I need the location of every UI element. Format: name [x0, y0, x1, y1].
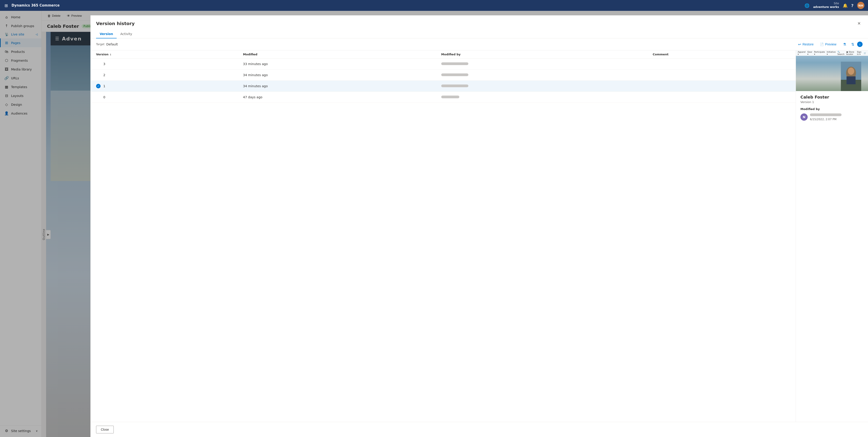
redacted-name — [441, 85, 468, 87]
modifier-avatar: N — [800, 114, 808, 121]
row-unselected-icon — [96, 62, 101, 66]
modal-preview-button[interactable]: 📄 Preview — [817, 41, 839, 48]
version-detail-image: Apparel ▾ Gear ▾ Participate ▾ Initiativ… — [796, 51, 868, 91]
waffle-icon[interactable]: ⊞ — [4, 2, 9, 9]
detail-modifier: N 6/15/2022, 2:07 PM — [800, 114, 864, 121]
modifier-name — [810, 114, 842, 117]
modal-preview-label: Preview — [825, 42, 836, 46]
redacted-name — [441, 96, 459, 98]
modified-time: 33 minutes ago — [238, 59, 436, 70]
image-topbar: Apparel ▾ Gear ▾ Participate ▾ Initiativ… — [796, 51, 868, 56]
col-modified-by: Modified by — [436, 51, 647, 59]
table-row[interactable]: 3 33 minutes ago — [91, 59, 796, 70]
notification-icon[interactable]: 🔔 — [843, 3, 848, 8]
sort-icon[interactable]: ⇅ — [849, 41, 856, 48]
col-modified: Modified — [238, 51, 436, 59]
detail-version-label: Version 1 — [800, 100, 864, 104]
version-history-modal: Version history ✕ Version Activity Targe… — [90, 15, 868, 437]
modified-by-cell — [436, 92, 647, 103]
col-comment: Comment — [647, 51, 796, 59]
row-unselected-icon — [96, 95, 101, 99]
table-row[interactable]: 2 34 minutes ago — [91, 70, 796, 81]
svg-rect-3 — [846, 76, 856, 84]
modal-footer: Close — [91, 422, 868, 437]
version-detail-panel: Apparel ▾ Gear ▾ Participate ▾ Initiativ… — [796, 51, 868, 422]
topbar-right: 🌐 Site adventure works 🔔 ? NH — [804, 2, 864, 9]
comment-cell — [647, 81, 796, 92]
detail-page-name: Caleb Foster — [800, 95, 864, 99]
comment-cell — [647, 59, 796, 70]
restore-button[interactable]: ↩ Restore — [796, 41, 816, 48]
user-avatar[interactable]: NH — [857, 2, 864, 9]
modified-by-cell — [436, 81, 647, 92]
redacted-modifier-name — [810, 114, 842, 116]
info-icon[interactable]: i — [857, 41, 863, 47]
help-icon[interactable]: ? — [851, 3, 854, 8]
detail-modified-by-title: Modified by — [800, 107, 864, 111]
table-row[interactable]: ✓ 1 34 minutes ago — [91, 81, 796, 92]
modified-time: 34 minutes ago — [238, 81, 436, 92]
modal-overlay: Version history ✕ Version Activity Targe… — [0, 11, 868, 437]
svg-point-4 — [848, 68, 854, 75]
modifier-date: 6/15/2022, 2:07 PM — [810, 118, 842, 121]
comment-cell — [647, 70, 796, 81]
site-info[interactable]: Site adventure works — [813, 2, 839, 9]
filter-icon[interactable]: ⚗ — [841, 41, 848, 48]
version-number: 2 — [103, 73, 105, 77]
tab-version[interactable]: Version — [96, 30, 117, 38]
modal-preview-icon: 📄 — [820, 42, 824, 46]
target-value: Default — [106, 42, 118, 46]
target-label: Target — [96, 43, 104, 46]
globe-icon[interactable]: 🌐 — [804, 3, 809, 8]
version-number: 1 — [103, 84, 105, 88]
sort-version-icon[interactable]: ↓ — [110, 53, 112, 56]
row-selected-icon: ✓ — [96, 84, 101, 88]
topbar: ⊞ Dynamics 365 Commerce 🌐 Site adventure… — [0, 0, 868, 11]
restore-label: Restore — [802, 42, 813, 46]
version-table: Version ↓ Modified Modified by Comment — [91, 51, 796, 422]
modal-header: Version history ✕ — [91, 15, 868, 27]
redacted-name — [441, 73, 468, 76]
row-unselected-icon — [96, 73, 101, 77]
col-version: Version ↓ — [91, 51, 238, 59]
modified-time: 34 minutes ago — [238, 70, 436, 81]
tab-activity[interactable]: Activity — [117, 30, 135, 38]
version-table-area: Version ↓ Modified Modified by Comment — [91, 51, 868, 422]
app-layout: ⌂ Home ↑ Publish groups 📡 Live site ◁ ⊞ … — [0, 0, 868, 437]
modifier-info: 6/15/2022, 2:07 PM — [810, 114, 842, 121]
modal-tabs: Version Activity — [91, 30, 868, 38]
close-button[interactable]: Close — [96, 426, 114, 433]
comment-cell — [647, 92, 796, 103]
restore-icon: ↩ — [798, 42, 801, 46]
modal-title: Version history — [96, 21, 135, 26]
modified-by-cell — [436, 70, 647, 81]
redacted-name — [441, 62, 468, 65]
modified-by-cell — [436, 59, 647, 70]
app-title: Dynamics 365 Commerce — [11, 3, 802, 7]
version-number: 0 — [103, 95, 105, 99]
table-row[interactable]: 0 47 days ago — [91, 92, 796, 103]
modal-close-button[interactable]: ✕ — [855, 20, 863, 27]
version-detail-body: Caleb Foster Version 1 Modified by N 6/1… — [796, 91, 868, 125]
version-number: 3 — [103, 62, 105, 66]
modified-time: 47 days ago — [238, 92, 436, 103]
